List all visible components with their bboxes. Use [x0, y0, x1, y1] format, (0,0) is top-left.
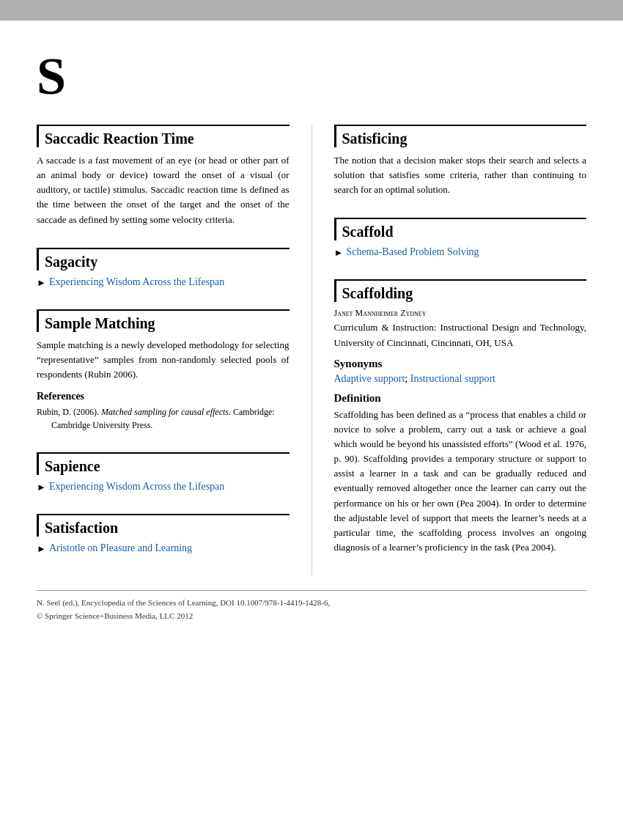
page: S Saccadic Reaction Time A saccade is a …: [0, 0, 623, 840]
entry-body-saccadic: A saccade is a fast movement of an eye (…: [37, 153, 290, 227]
entry-scaffolding: Scaffolding Janet Mannheimer Zydney Curr…: [334, 279, 587, 555]
entry-body-sample-matching: Sample matching is a newly developed met…: [37, 338, 290, 382]
entry-title-sagacity: Sagacity: [37, 248, 290, 270]
entry-satisfaction: Satisfaction ► Aristotle on Pleasure and…: [37, 514, 290, 555]
entry-body-satisficing: The notion that a decision maker stops t…: [334, 153, 587, 197]
definition-title: Definition: [334, 392, 587, 405]
arrow-icon-satisfaction: ►: [37, 543, 46, 555]
entry-sagacity: Sagacity ► Experiencing Wisdom Across th…: [37, 248, 290, 289]
page-content: S Saccadic Reaction Time A saccade is a …: [0, 21, 623, 644]
sapience-link-row: ► Experiencing Wisdom Across the Lifespa…: [37, 481, 290, 493]
arrow-icon-scaffold: ►: [334, 247, 344, 259]
entry-title-scaffold: Scaffold: [334, 218, 587, 240]
entry-title-satisfaction: Satisfaction: [37, 514, 290, 537]
scaffolding-author: Janet Mannheimer Zydney: [334, 308, 587, 319]
arrow-icon-sapience: ►: [37, 482, 46, 493]
section-letter: S: [37, 50, 586, 103]
left-column: Saccadic Reaction Time A saccade is a fa…: [37, 125, 312, 575]
references-title: References: [37, 391, 290, 402]
synonyms-list: Adaptive support; Instructional support: [334, 373, 587, 385]
scaffold-link-row: ► Schema-Based Problem Solving: [334, 246, 587, 259]
footer: N. Seel (ed.), Encyclopedia of the Scien…: [37, 590, 586, 622]
synonyms-title: Synonyms: [334, 358, 587, 370]
synonym-link-instructional[interactable]: Instructional support: [410, 373, 495, 384]
entry-saccadic: Saccadic Reaction Time A saccade is a fa…: [37, 125, 290, 227]
entry-title-scaffolding: Scaffolding: [334, 279, 587, 302]
footer-line1: N. Seel (ed.), Encyclopedia of the Scien…: [37, 597, 586, 610]
satisfaction-link-row: ► Aristotle on Pleasure and Learning: [37, 542, 290, 555]
scaffold-link[interactable]: Schema-Based Problem Solving: [346, 246, 479, 258]
entry-sample-matching: Sample Matching Sample matching is a new…: [37, 309, 290, 432]
entry-scaffold: Scaffold ► Schema-Based Problem Solving: [334, 218, 587, 259]
entry-sapience: Sapience ► Experiencing Wisdom Across th…: [37, 452, 290, 493]
two-column-layout: Saccadic Reaction Time A saccade is a fa…: [37, 125, 586, 575]
arrow-icon-sagacity: ►: [37, 277, 46, 289]
entry-satisficing: Satisficing The notion that a decision m…: [334, 125, 587, 197]
sagacity-link[interactable]: Experiencing Wisdom Across the Lifespan: [49, 276, 224, 288]
entry-title-satisficing: Satisficing: [334, 125, 587, 147]
reference-text-sample-matching: Rubin, D. (2006). Matched sampling for c…: [37, 405, 290, 432]
top-bar: [0, 0, 623, 21]
synonym-link-adaptive[interactable]: Adaptive support: [334, 373, 405, 384]
entry-title-saccadic: Saccadic Reaction Time: [37, 125, 290, 147]
definition-body: Scaffolding has been defined as a “proce…: [334, 408, 587, 555]
reference-italic: Matched sampling for causal effects.: [101, 407, 231, 417]
sapience-link[interactable]: Experiencing Wisdom Across the Lifespan: [49, 481, 224, 493]
synonym-separator: ;: [405, 373, 410, 384]
footer-line2: © Springer Science+Business Media, LLC 2…: [37, 610, 586, 623]
right-column: Satisficing The notion that a decision m…: [334, 125, 587, 575]
satisfaction-link[interactable]: Aristotle on Pleasure and Learning: [49, 542, 192, 554]
entry-title-sample-matching: Sample Matching: [37, 309, 290, 332]
sagacity-link-row: ► Experiencing Wisdom Across the Lifespa…: [37, 276, 290, 289]
scaffolding-affiliation: Curriculum & Instruction: Instructional …: [334, 320, 587, 350]
entry-title-sapience: Sapience: [37, 452, 290, 475]
